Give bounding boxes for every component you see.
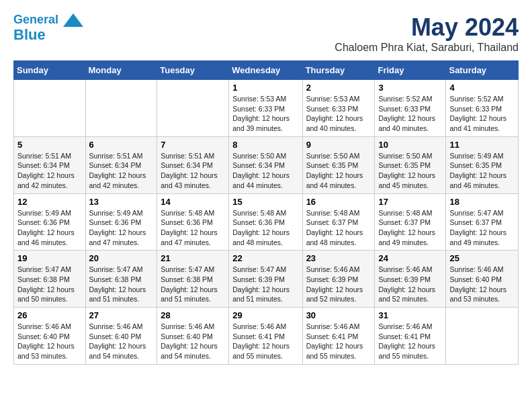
calendar-cell: 18Sunrise: 5:47 AM Sunset: 6:37 PM Dayli… xyxy=(446,193,519,250)
day-number: 28 xyxy=(161,310,225,320)
calendar-cell xyxy=(446,308,519,365)
logo: General Blue xyxy=(13,13,83,43)
day-info: Sunrise: 5:47 AM Sunset: 6:37 PM Dayligh… xyxy=(449,208,515,248)
calendar-cell: 4Sunrise: 5:52 AM Sunset: 6:33 PM Daylig… xyxy=(446,80,519,137)
day-info: Sunrise: 5:52 AM Sunset: 6:33 PM Dayligh… xyxy=(378,94,442,134)
day-number: 23 xyxy=(306,253,371,263)
day-info: Sunrise: 5:53 AM Sunset: 6:33 PM Dayligh… xyxy=(306,94,371,134)
subtitle: Chaloem Phra Kiat, Saraburi, Thailand xyxy=(335,42,519,54)
day-info: Sunrise: 5:50 AM Sunset: 6:34 PM Dayligh… xyxy=(232,151,298,191)
calendar-cell: 21Sunrise: 5:47 AM Sunset: 6:38 PM Dayli… xyxy=(157,250,229,308)
day-info: Sunrise: 5:51 AM Sunset: 6:34 PM Dayligh… xyxy=(17,151,82,191)
day-info: Sunrise: 5:52 AM Sunset: 6:33 PM Dayligh… xyxy=(449,94,515,134)
day-number: 29 xyxy=(232,310,298,320)
calendar-cell: 26Sunrise: 5:46 AM Sunset: 6:40 PM Dayli… xyxy=(14,308,86,365)
day-number: 1 xyxy=(232,83,298,93)
calendar-cell: 17Sunrise: 5:48 AM Sunset: 6:37 PM Dayli… xyxy=(375,193,446,250)
calendar-cell: 31Sunrise: 5:46 AM Sunset: 6:41 PM Dayli… xyxy=(375,308,446,365)
calendar-cell: 2Sunrise: 5:53 AM Sunset: 6:33 PM Daylig… xyxy=(302,80,375,137)
calendar-cell: 25Sunrise: 5:46 AM Sunset: 6:40 PM Dayli… xyxy=(446,250,519,308)
day-number: 5 xyxy=(17,140,82,150)
calendar-cell xyxy=(157,80,229,137)
calendar-week-row: 5Sunrise: 5:51 AM Sunset: 6:34 PM Daylig… xyxy=(14,136,519,193)
calendar-week-row: 26Sunrise: 5:46 AM Sunset: 6:40 PM Dayli… xyxy=(14,308,519,365)
col-header-wednesday: Wednesday xyxy=(229,61,302,80)
calendar-cell: 30Sunrise: 5:46 AM Sunset: 6:41 PM Dayli… xyxy=(302,308,375,365)
logo-icon xyxy=(63,13,83,27)
day-info: Sunrise: 5:50 AM Sunset: 6:35 PM Dayligh… xyxy=(306,151,371,191)
day-number: 6 xyxy=(89,140,154,150)
day-info: Sunrise: 5:48 AM Sunset: 6:37 PM Dayligh… xyxy=(378,208,442,248)
day-info: Sunrise: 5:47 AM Sunset: 6:38 PM Dayligh… xyxy=(17,265,82,304)
day-info: Sunrise: 5:46 AM Sunset: 6:39 PM Dayligh… xyxy=(306,265,371,304)
day-info: Sunrise: 5:51 AM Sunset: 6:34 PM Dayligh… xyxy=(89,151,154,191)
day-info: Sunrise: 5:46 AM Sunset: 6:41 PM Dayligh… xyxy=(306,322,371,361)
day-number: 22 xyxy=(232,253,298,263)
day-info: Sunrise: 5:47 AM Sunset: 6:38 PM Dayligh… xyxy=(89,265,154,304)
day-number: 3 xyxy=(378,83,442,93)
day-info: Sunrise: 5:46 AM Sunset: 6:40 PM Dayligh… xyxy=(161,322,225,361)
calendar-cell: 1Sunrise: 5:53 AM Sunset: 6:33 PM Daylig… xyxy=(229,80,302,137)
day-number: 11 xyxy=(449,140,515,150)
calendar-cell: 14Sunrise: 5:48 AM Sunset: 6:36 PM Dayli… xyxy=(157,193,229,250)
day-info: Sunrise: 5:46 AM Sunset: 6:40 PM Dayligh… xyxy=(449,265,515,304)
day-number: 24 xyxy=(378,253,442,263)
day-number: 19 xyxy=(17,253,82,263)
calendar-cell: 5Sunrise: 5:51 AM Sunset: 6:34 PM Daylig… xyxy=(14,136,86,193)
calendar-cell: 6Sunrise: 5:51 AM Sunset: 6:34 PM Daylig… xyxy=(85,136,157,193)
day-number: 20 xyxy=(89,253,154,263)
day-number: 9 xyxy=(306,140,371,150)
day-number: 27 xyxy=(89,310,154,320)
day-number: 18 xyxy=(449,197,515,207)
calendar-cell: 8Sunrise: 5:50 AM Sunset: 6:34 PM Daylig… xyxy=(229,136,302,193)
day-info: Sunrise: 5:47 AM Sunset: 6:38 PM Dayligh… xyxy=(161,265,225,304)
calendar-cell: 19Sunrise: 5:47 AM Sunset: 6:38 PM Dayli… xyxy=(14,250,86,308)
svg-marker-0 xyxy=(63,13,83,27)
day-number: 16 xyxy=(306,197,371,207)
calendar-cell: 22Sunrise: 5:47 AM Sunset: 6:39 PM Dayli… xyxy=(229,250,302,308)
page-header: General Blue May 2024 Chaloem Phra Kiat,… xyxy=(13,13,519,54)
day-number: 12 xyxy=(17,197,82,207)
calendar-header-row: SundayMondayTuesdayWednesdayThursdayFrid… xyxy=(14,61,519,80)
day-info: Sunrise: 5:46 AM Sunset: 6:39 PM Dayligh… xyxy=(378,265,442,304)
calendar-cell: 16Sunrise: 5:48 AM Sunset: 6:37 PM Dayli… xyxy=(302,193,375,250)
calendar-week-row: 12Sunrise: 5:49 AM Sunset: 6:36 PM Dayli… xyxy=(14,193,519,250)
day-info: Sunrise: 5:48 AM Sunset: 6:36 PM Dayligh… xyxy=(232,208,298,248)
calendar-cell: 27Sunrise: 5:46 AM Sunset: 6:40 PM Dayli… xyxy=(85,308,157,365)
calendar-cell: 28Sunrise: 5:46 AM Sunset: 6:40 PM Dayli… xyxy=(157,308,229,365)
calendar-cell: 7Sunrise: 5:51 AM Sunset: 6:34 PM Daylig… xyxy=(157,136,229,193)
col-header-tuesday: Tuesday xyxy=(157,61,229,80)
calendar-cell: 20Sunrise: 5:47 AM Sunset: 6:38 PM Dayli… xyxy=(85,250,157,308)
day-number: 14 xyxy=(161,197,225,207)
day-number: 31 xyxy=(378,310,442,320)
day-info: Sunrise: 5:50 AM Sunset: 6:35 PM Dayligh… xyxy=(378,151,442,191)
calendar-cell: 10Sunrise: 5:50 AM Sunset: 6:35 PM Dayli… xyxy=(375,136,446,193)
day-number: 7 xyxy=(161,140,225,150)
day-number: 8 xyxy=(232,140,298,150)
calendar-week-row: 1Sunrise: 5:53 AM Sunset: 6:33 PM Daylig… xyxy=(14,80,519,137)
day-info: Sunrise: 5:46 AM Sunset: 6:41 PM Dayligh… xyxy=(232,322,298,361)
day-info: Sunrise: 5:49 AM Sunset: 6:36 PM Dayligh… xyxy=(89,208,154,248)
calendar-cell xyxy=(85,80,157,137)
day-info: Sunrise: 5:46 AM Sunset: 6:41 PM Dayligh… xyxy=(378,322,442,361)
day-number: 21 xyxy=(161,253,225,263)
calendar-cell: 3Sunrise: 5:52 AM Sunset: 6:33 PM Daylig… xyxy=(375,80,446,137)
calendar-cell: 9Sunrise: 5:50 AM Sunset: 6:35 PM Daylig… xyxy=(302,136,375,193)
main-title: May 2024 xyxy=(335,13,519,42)
day-number: 30 xyxy=(306,310,371,320)
day-number: 10 xyxy=(378,140,442,150)
col-header-monday: Monday xyxy=(85,61,157,80)
day-info: Sunrise: 5:53 AM Sunset: 6:33 PM Dayligh… xyxy=(232,94,298,134)
calendar-cell: 24Sunrise: 5:46 AM Sunset: 6:39 PM Dayli… xyxy=(375,250,446,308)
day-info: Sunrise: 5:46 AM Sunset: 6:40 PM Dayligh… xyxy=(17,322,82,361)
day-info: Sunrise: 5:48 AM Sunset: 6:37 PM Dayligh… xyxy=(306,208,371,248)
day-number: 17 xyxy=(378,197,442,207)
day-info: Sunrise: 5:47 AM Sunset: 6:39 PM Dayligh… xyxy=(232,265,298,304)
logo-blue: Blue xyxy=(13,26,46,43)
day-info: Sunrise: 5:48 AM Sunset: 6:36 PM Dayligh… xyxy=(161,208,225,248)
logo-general: General xyxy=(13,13,58,26)
col-header-thursday: Thursday xyxy=(302,61,375,80)
col-header-friday: Friday xyxy=(375,61,446,80)
day-number: 25 xyxy=(449,253,515,263)
calendar-cell: 11Sunrise: 5:49 AM Sunset: 6:35 PM Dayli… xyxy=(446,136,519,193)
